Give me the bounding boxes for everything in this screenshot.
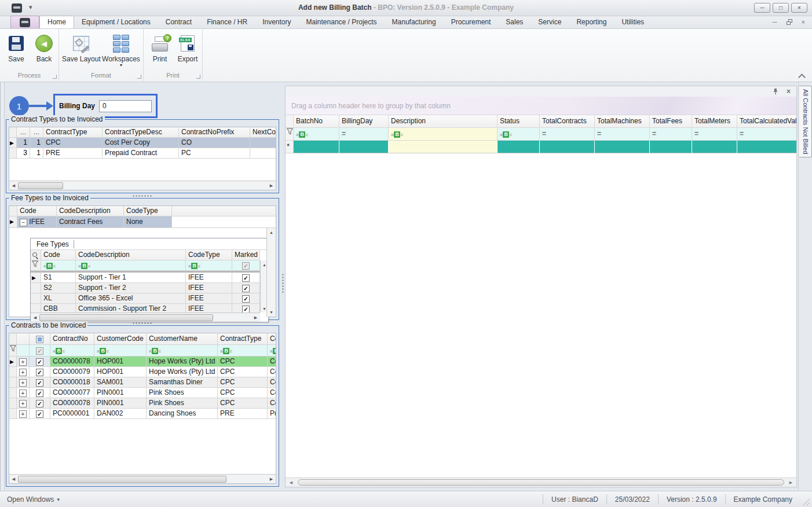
pin-icon[interactable] [773,88,778,95]
tab-sales[interactable]: Sales [498,16,531,28]
tab-maintenance-projects[interactable]: Maintenance / Projects [299,16,385,28]
table-row[interactable]: ▶ + ✓ CO0000078 HOP001 Hope Works (Pty) … [9,357,276,367]
scroll-right-icon[interactable]: ▶ [251,314,260,322]
column-header-codedescription[interactable]: CodeDescription [57,206,124,216]
expand-row-button[interactable]: + [19,369,27,376]
new-row-cell[interactable] [737,141,796,153]
column-header-totalmeters[interactable]: TotalMeters [692,115,737,128]
column-header-contracttype[interactable]: ContractType [43,127,103,138]
detail-tab-fee-types[interactable]: Fee Types [31,238,268,250]
column-header-nextcontractno[interactable]: NextContra [250,127,276,138]
back-button[interactable]: ◀ Back [31,31,57,71]
column-header-contractnoprefix[interactable]: ContractNoPrefix [179,127,250,138]
column-header-batchno[interactable]: BatchNo [294,115,339,128]
column-header-totalcontracts[interactable]: TotalContracts [540,115,595,128]
table-row[interactable]: + ✓ CO0000077 PIN0001 Pink Shoes CPC Cos… [9,388,276,398]
scrollbar-thumb[interactable] [298,479,784,486]
select-all-header[interactable] [30,333,50,345]
collapse-ribbon-icon[interactable] [798,74,805,78]
table-row[interactable]: ▶ − IFEE Contract Fees None [9,216,276,228]
save-button[interactable]: Save [3,31,29,71]
scroll-left-icon[interactable]: ◀ [287,479,295,487]
column-header-contracttypedesc[interactable]: ContractTypeDesc [103,127,179,138]
vertical-splitter[interactable] [280,82,285,491]
new-row-cell[interactable] [595,141,650,153]
app-menu-button[interactable] [10,16,39,28]
table-row[interactable]: 3 1 PRE Prepaid Contract PC [9,148,276,159]
new-row-cell[interactable] [650,141,692,153]
horizontal-scrollbar[interactable]: ◀ ▶ [286,477,796,487]
scroll-left-icon[interactable]: ◀ [9,475,18,483]
filter-cell-checkbox[interactable]: ✓ [30,345,50,357]
table-row[interactable]: S2 Support - Tier 2 IFEE ✓ [31,283,268,293]
maximize-button[interactable]: □ [773,3,789,13]
tab-all-contracts-not-billed[interactable]: All Contracts Not Billed [799,86,812,157]
column-header-contractno[interactable]: ContractNo [50,333,94,345]
filter-cell[interactable]: aBc [268,345,276,357]
tab-utilities[interactable]: Utilities [614,16,652,28]
scroll-left-icon[interactable]: ◀ [9,182,18,190]
print-dialog-launcher[interactable] [196,75,200,79]
column-header-billingday[interactable]: BillingDay [339,115,389,128]
expand-row-button[interactable]: + [19,410,27,418]
column-header-status[interactable]: Status [498,115,540,128]
new-row-cell[interactable] [339,141,389,153]
expand-row-button[interactable]: + [19,358,27,366]
new-row-cell-description[interactable] [389,141,498,153]
table-row[interactable]: ▶ S1 Support - Tier 1 IFEE ✓ [31,271,268,283]
filter-cell-codedescription[interactable]: aBc [76,260,186,271]
scroll-down-icon[interactable]: ▼ [267,308,276,317]
group-by-panel[interactable]: Drag a column header here to group by th… [286,97,796,115]
tab-manufacturing[interactable]: Manufacturing [385,16,444,28]
mdi-restore-button[interactable] [787,19,792,25]
filter-cell-totalfees[interactable]: = [650,128,692,141]
workspaces-button[interactable]: Workspaces ▾ [103,31,140,71]
filter-checkbox[interactable]: ✓ [36,347,43,355]
horizontal-scrollbar[interactable]: ◀ ▶ [9,474,276,483]
expand-row-button[interactable]: + [19,379,27,387]
filter-cell-marked[interactable]: ✓ [232,260,260,271]
scroll-right-icon[interactable]: ▶ [267,475,276,483]
filter-cell-description[interactable]: aBc [389,128,498,141]
column-header-totalmachines[interactable]: TotalMachines [595,115,650,128]
scroll-up-icon[interactable]: ▲ [267,228,276,237]
tab-inventory[interactable]: Inventory [255,16,298,28]
close-panel-icon[interactable]: × [787,87,791,95]
print-button[interactable]: ? Print [147,31,173,71]
row-checkbox[interactable]: ✓ [36,390,43,397]
filter-cell-billingday[interactable]: = [339,128,389,141]
filter-cell-contracttype[interactable]: aBc [218,345,268,357]
tab-reporting[interactable]: Reporting [569,16,614,28]
left-collapsed-splitter[interactable] [0,82,5,491]
filter-cell-code[interactable]: aBc [41,260,76,271]
save-layout-button[interactable]: Save Layout [63,31,100,71]
collapse-row-button[interactable]: − [20,219,27,226]
filter-cell-customercode[interactable]: aBc [94,345,147,357]
new-row-cell[interactable] [692,141,737,153]
column-header-marked[interactable]: Marked [232,250,260,260]
tab-equipment-locations[interactable]: Equipment / Locations [74,16,158,28]
column-header-totalfees[interactable]: TotalFees [650,115,692,128]
marked-checkbox[interactable]: ✓ [242,274,250,282]
scrollbar-thumb[interactable] [39,314,213,321]
horizontal-splitter[interactable] [132,322,153,325]
filter-checkbox[interactable]: ✓ [242,262,250,270]
table-row[interactable]: + ✓ CO0000078 PIN0001 Pink Shoes CPC Cos… [9,398,276,409]
tab-service[interactable]: Service [531,16,569,28]
column-header-contract-desc[interactable]: Con [268,333,276,345]
scroll-right-icon[interactable]: ▶ [787,479,795,487]
column-header-2[interactable]: ... [30,127,43,138]
filter-cell-codetype[interactable]: aBc [186,260,232,271]
horizontal-scrollbar[interactable]: ◀ ▶ [31,313,260,322]
column-header-codedescription[interactable]: CodeDescription [76,250,186,260]
horizontal-splitter[interactable] [132,194,153,197]
row-checkbox[interactable]: ✓ [36,400,43,407]
scroll-left-icon[interactable]: ◀ [31,314,39,322]
filter-cell-totalcalculatedvalue[interactable]: = [737,128,796,141]
column-header-codetype[interactable]: CodeType [124,206,172,216]
tab-finance-hr[interactable]: Finance / HR [199,16,255,28]
marked-checkbox[interactable]: ✓ [242,295,250,303]
column-header-code[interactable]: Code [17,206,57,216]
table-row[interactable]: + ✓ CO0000018 SAM001 Samanthas Diner CPC… [9,377,276,388]
filter-cell-contractno[interactable]: aBc [50,345,94,357]
